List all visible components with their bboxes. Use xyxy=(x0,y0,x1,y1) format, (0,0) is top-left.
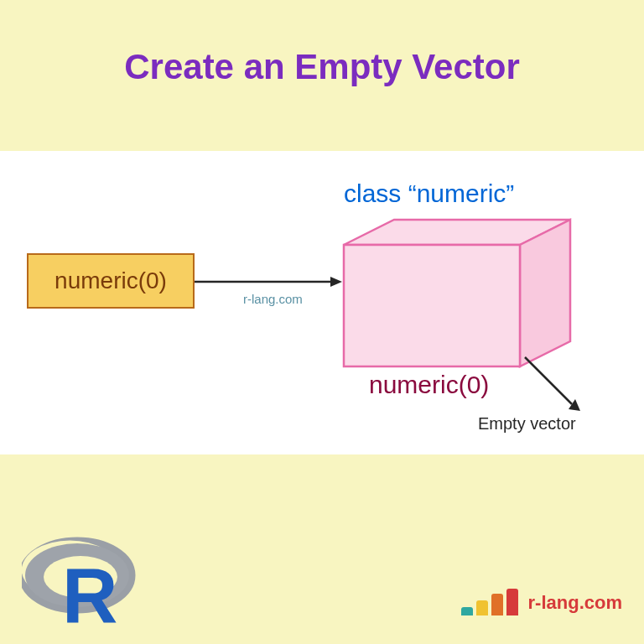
footer-brand: r-lang.com xyxy=(461,589,622,615)
svg-text:R: R xyxy=(62,553,117,629)
watermark-text: r-lang.com xyxy=(243,292,303,306)
r-logo-icon: R xyxy=(22,537,148,632)
diagram-panel: numeric(0) r-lang.com class “numeric” nu… xyxy=(0,151,644,454)
input-code-box: numeric(0) xyxy=(27,253,195,309)
page-title: Create an Empty Vector xyxy=(0,0,644,87)
bars-icon xyxy=(461,589,518,615)
arrow-input-to-cuboid xyxy=(195,273,345,290)
svg-marker-4 xyxy=(344,245,520,366)
empty-vector-label: Empty vector xyxy=(478,414,576,434)
svg-marker-6 xyxy=(569,399,580,411)
svg-line-5 xyxy=(525,357,572,404)
svg-marker-3 xyxy=(520,220,570,366)
brand-text: r-lang.com xyxy=(528,592,622,615)
output-label: numeric(0) xyxy=(369,371,489,399)
class-label: class “numeric” xyxy=(344,179,514,208)
